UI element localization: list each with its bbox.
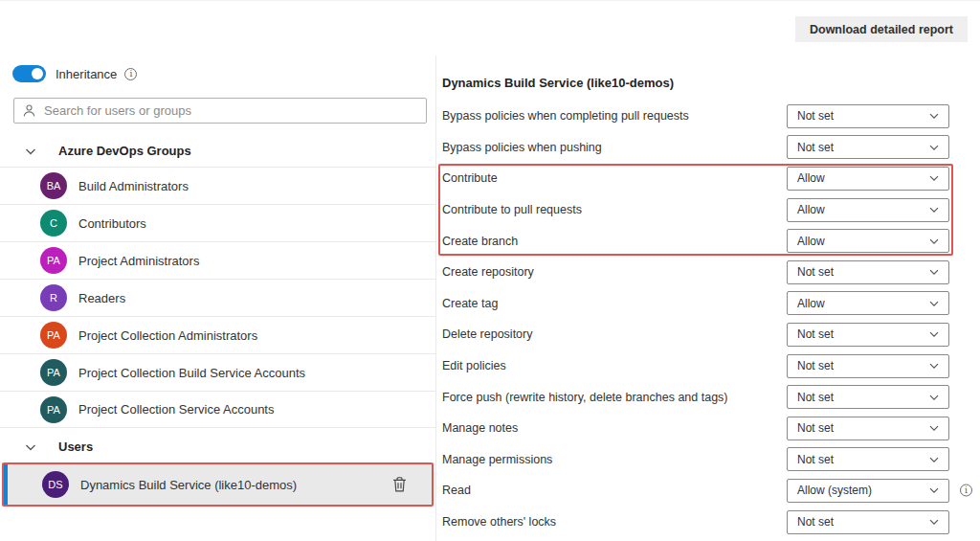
chevron-down-icon (928, 360, 940, 372)
read-info-icon[interactable]: i (960, 485, 972, 497)
permission-dropdown[interactable]: Not set (787, 417, 949, 440)
permission-row-edit-policies: Edit policies Not set (442, 350, 949, 382)
permission-dropdown[interactable]: Not set (787, 104, 949, 128)
list-item-project-administrators[interactable]: PA Project Administrators (0, 241, 435, 279)
permission-dropdown[interactable]: Not set (787, 510, 949, 534)
dropdown-value: Not set (797, 453, 928, 466)
permission-dropdown[interactable]: Not set (787, 135, 949, 159)
permission-label: Create tag (442, 297, 498, 310)
chevron-down-icon (24, 145, 37, 158)
dropdown-value: Not set (797, 391, 928, 404)
users-section-label: Users (58, 440, 93, 454)
inheritance-toggle[interactable] (12, 65, 46, 82)
avatar: PA (40, 396, 67, 423)
chevron-down-icon (928, 266, 940, 278)
permission-dropdown[interactable]: Allow (787, 167, 949, 191)
selected-user-highlight: DS Dynamics Build Service (like10-demos) (2, 462, 434, 507)
list-item-dynamics-build-service[interactable]: DS Dynamics Build Service (like10-demos) (4, 464, 432, 505)
chevron-down-icon (928, 298, 940, 309)
chevron-down-icon (928, 485, 940, 496)
group-name: Project Collection Build Service Account… (78, 366, 305, 380)
permission-label: Contribute to pull requests (442, 203, 582, 216)
permission-dropdown[interactable]: Not set (787, 260, 949, 284)
permission-dropdown[interactable]: Not set (787, 385, 949, 409)
chevron-down-icon (928, 422, 940, 434)
groups-section-header[interactable]: Azure DevOps Groups (0, 138, 435, 164)
permission-label: Remove others' locks (442, 515, 556, 529)
permission-dropdown[interactable]: Allow (787, 229, 949, 253)
delete-user-button[interactable] (390, 475, 409, 495)
chevron-down-icon (928, 328, 940, 340)
permission-row-remove-others-locks: Remove others' locks Not set (442, 507, 949, 538)
permission-label: Edit policies (442, 359, 506, 372)
inheritance-info-icon[interactable]: i (124, 68, 137, 80)
permission-dropdown[interactable]: Allow (787, 198, 949, 222)
search-box[interactable] (13, 98, 427, 124)
dropdown-value: Not set (797, 141, 928, 154)
permission-label: Force push (rewrite history, delete bran… (442, 391, 728, 404)
permission-row-delete-repository: Delete repository Not set (442, 319, 949, 350)
dropdown-value: Not set (797, 359, 928, 372)
inheritance-row: Inheritance i (12, 64, 435, 83)
avatar: PA (40, 322, 67, 349)
dropdown-value: Allow (797, 235, 928, 248)
permission-row-contribute: Contribute Allow (442, 163, 949, 194)
list-item-project-collection-service-accounts[interactable]: PA Project Collection Service Accounts (0, 391, 435, 428)
permission-row-create-tag: Create tag Allow (442, 288, 949, 320)
dropdown-value: Not set (797, 327, 928, 341)
permission-label: Bypass policies when completing pull req… (442, 109, 689, 123)
trash-icon (392, 477, 407, 493)
dropdown-value: Allow (797, 171, 928, 185)
dropdown-value: Allow (797, 203, 928, 216)
permission-row-read: Read Allow (system) i (442, 475, 949, 507)
permission-row-force-push: Force push (rewrite history, delete bran… (442, 381, 949, 413)
selection-indicator (4, 464, 8, 505)
avatar: BA (40, 172, 67, 199)
permission-row-manage-notes: Manage notes Not set (442, 413, 949, 444)
avatar: C (40, 210, 67, 237)
chevron-down-icon (928, 392, 940, 403)
group-name: Contributors (78, 216, 146, 231)
permission-row-contribute-pull-requests: Contribute to pull requests Allow (442, 194, 949, 226)
chevron-down-icon (928, 236, 940, 247)
list-item-readers[interactable]: R Readers (0, 279, 435, 316)
permission-row-manage-permissions: Manage permissions Not set (442, 444, 949, 476)
permission-dropdown[interactable]: Not set (787, 354, 949, 378)
chevron-down-icon (928, 172, 940, 184)
permission-dropdown[interactable]: Not set (787, 447, 949, 471)
users-section-header[interactable]: Users (0, 434, 435, 460)
permission-label: Manage permissions (442, 453, 552, 466)
dropdown-value: Allow (system) (797, 484, 928, 497)
avatar: R (40, 284, 67, 311)
toggle-knob (32, 68, 43, 79)
permission-dropdown[interactable]: Allow (system) (787, 479, 949, 503)
list-item-project-collection-administrators[interactable]: PA Project Collection Administrators (0, 316, 435, 353)
permission-label: Manage notes (442, 421, 518, 435)
permissions-list: Bypass policies when completing pull req… (442, 101, 949, 537)
permission-dropdown[interactable]: Allow (787, 291, 949, 315)
dropdown-value: Not set (797, 109, 928, 123)
dropdown-value: Not set (797, 265, 928, 279)
list-item-contributors[interactable]: C Contributors (0, 204, 435, 241)
chevron-down-icon (928, 142, 940, 153)
chevron-down-icon (928, 110, 940, 122)
chevron-down-icon (928, 204, 940, 215)
list-item-project-collection-build-service-accounts[interactable]: PA Project Collection Build Service Acco… (0, 353, 435, 391)
permissions-title: Dynamics Build Service (like10-demos) (442, 76, 674, 90)
chevron-down-icon (928, 516, 940, 528)
user-name: Dynamics Build Service (like10-demos) (80, 478, 297, 492)
list-item-build-administrators[interactable]: BA Build Administrators (0, 167, 435, 204)
permission-label: Bypass policies when pushing (442, 141, 602, 154)
permission-row-create-repository: Create repository Not set (442, 257, 949, 288)
avatar: PA (40, 359, 67, 386)
permissions-pane: Dynamics Build Service (like10-demos) By… (436, 1, 980, 541)
permission-row-bypass-completing: Bypass policies when completing pull req… (442, 101, 949, 132)
identities-pane: Inheritance i Azure DevOps Groups BA Bui… (0, 1, 435, 541)
search-input[interactable] (44, 103, 418, 118)
permission-label: Read (442, 484, 471, 497)
chevron-down-icon (928, 454, 940, 465)
group-name: Project Collection Service Accounts (78, 402, 274, 417)
permission-row-create-branch: Create branch Allow (442, 225, 949, 257)
permission-dropdown[interactable]: Not set (787, 323, 949, 347)
avatar: DS (42, 471, 69, 498)
